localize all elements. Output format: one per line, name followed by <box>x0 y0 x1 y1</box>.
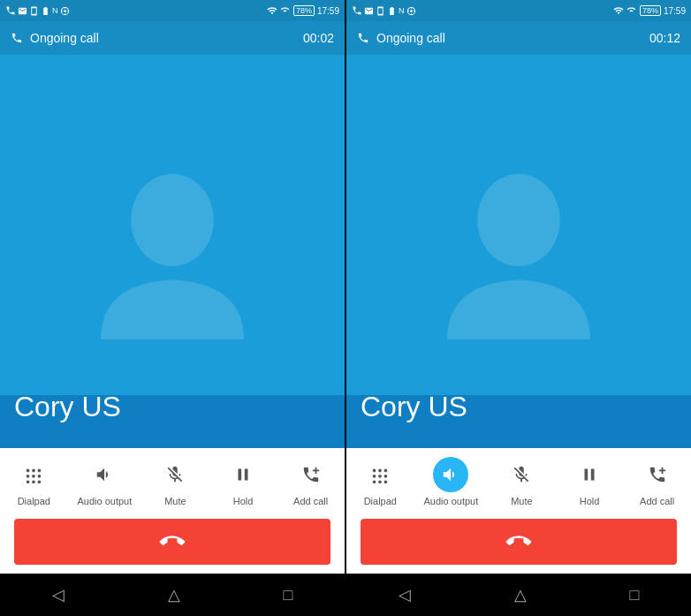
mute-label-left: Mute <box>164 496 186 506</box>
time-left: 17:59 <box>317 6 339 16</box>
audio-output-icon-right <box>433 457 468 492</box>
mute-icon-right <box>504 457 539 492</box>
call-info-left: Ongoing call <box>11 31 99 45</box>
add-call-icon-left <box>293 457 329 492</box>
caller-name-left: Cory US <box>0 391 135 430</box>
back-btn-left[interactable]: ◁ <box>34 578 82 612</box>
end-call-btn-right[interactable] <box>361 519 677 565</box>
mute-icon-left <box>157 457 193 492</box>
status-icons-left: N <box>5 5 70 16</box>
status-bar-right: N 78% 17:59 <box>346 0 691 21</box>
hold-label-right: Hold <box>580 496 600 506</box>
status-bar-left: N 78% 17:59 <box>0 0 345 21</box>
add-call-label-left: Add call <box>293 496 328 506</box>
status-right-left: 78% 17:59 <box>267 5 339 16</box>
call-info-right: Ongoing call <box>357 31 445 45</box>
call-timer-right: 00:12 <box>649 31 680 45</box>
audio-output-btn-right[interactable]: Audio output <box>423 457 478 506</box>
back-btn-right[interactable]: ◁ <box>381 578 429 612</box>
home-btn-right[interactable]: △ <box>497 578 544 612</box>
add-call-btn-right[interactable]: Add call <box>633 457 681 506</box>
time-right: 17:59 <box>664 6 686 16</box>
mute-btn-right[interactable]: Mute <box>497 457 546 506</box>
mute-label-right: Mute <box>511 496 532 506</box>
hold-label-left: Hold <box>233 496 254 506</box>
status-icons-right: N <box>352 5 416 16</box>
add-call-icon-right <box>640 457 675 492</box>
dialpad-icon-right <box>362 457 398 492</box>
end-call-btn-left[interactable] <box>14 519 330 565</box>
ongoing-call-label-right: Ongoing call <box>376 31 445 45</box>
dialpad-btn-right[interactable]: Dialpad <box>356 457 405 506</box>
audio-output-icon-left <box>87 457 122 492</box>
call-bar-left: Ongoing call 00:02 <box>0 21 345 55</box>
nav-bar-right: ◁ △ □ <box>346 574 691 616</box>
add-call-label-right: Add call <box>640 496 674 506</box>
phone-screen-right: N 78% 17:59 Ongoing call 00:12 Cory US <box>346 0 691 616</box>
avatar-silhouette-left <box>0 55 345 448</box>
dialpad-label-left: Dialpad <box>18 496 50 506</box>
recent-btn-right[interactable]: □ <box>612 579 657 612</box>
caller-name-right: Cory US <box>346 391 482 430</box>
svg-point-0 <box>64 10 66 12</box>
controls-bar-left: Dialpad Audio output Mute Hold <box>0 448 345 512</box>
audio-output-label-right: Audio output <box>423 496 478 506</box>
avatar-area-right: Cory US <box>346 55 691 448</box>
hold-icon-right <box>572 457 607 492</box>
status-right-right: 78% 17:59 <box>613 5 686 16</box>
home-btn-left[interactable]: △ <box>150 578 198 612</box>
dialpad-btn-left[interactable]: Dialpad <box>10 457 58 506</box>
nav-bar-left: ◁ △ □ <box>0 574 345 616</box>
svg-point-1 <box>131 173 214 265</box>
dialpad-icon-left <box>16 457 51 492</box>
svg-point-2 <box>410 10 413 12</box>
hold-icon-left <box>225 457 261 492</box>
ongoing-call-label-left: Ongoing call <box>30 31 99 45</box>
avatar-silhouette-right <box>346 55 691 448</box>
phone-screen-left: N 78% 17:59 Ongoing call 00:02 Cory US <box>0 0 345 616</box>
controls-bar-right: Dialpad Audio output Mute Hold <box>346 448 691 512</box>
svg-point-3 <box>477 173 560 265</box>
hold-btn-right[interactable]: Hold <box>566 457 614 506</box>
audio-output-btn-left[interactable]: Audio output <box>77 457 132 506</box>
recent-btn-left[interactable]: □ <box>266 579 311 612</box>
mute-btn-left[interactable]: Mute <box>151 457 200 506</box>
call-timer-left: 00:02 <box>303 31 334 45</box>
audio-output-label-left: Audio output <box>77 496 132 506</box>
end-call-area-right <box>346 512 691 574</box>
hold-btn-left[interactable]: Hold <box>219 457 268 506</box>
avatar-area-left: Cory US <box>0 55 345 448</box>
call-bar-right: Ongoing call 00:12 <box>346 21 691 55</box>
dialpad-label-right: Dialpad <box>364 496 397 506</box>
end-call-area-left <box>0 512 345 574</box>
add-call-btn-left[interactable]: Add call <box>286 457 335 506</box>
